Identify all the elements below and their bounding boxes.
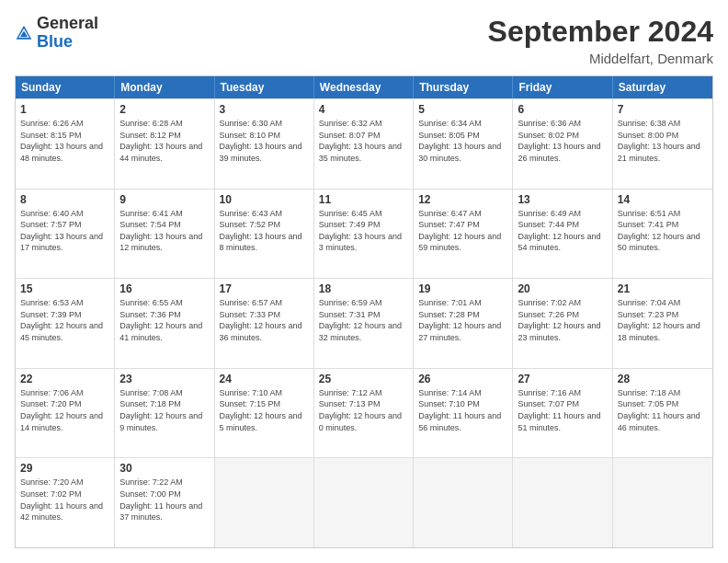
day-info: Sunrise: 6:55 AMSunset: 7:36 PMDaylight:…	[119, 297, 209, 343]
day-number: 9	[119, 193, 209, 206]
calendar-cell-day-28: 28Sunrise: 7:18 AMSunset: 7:05 PMDayligh…	[613, 369, 712, 458]
day-info: Sunrise: 7:18 AMSunset: 7:05 PMDaylight:…	[618, 387, 708, 433]
day-number: 13	[518, 193, 607, 206]
header-cell-thursday: Thursday	[414, 76, 513, 98]
day-info: Sunrise: 6:34 AMSunset: 8:05 PMDaylight:…	[418, 118, 507, 164]
day-number: 16	[119, 282, 209, 295]
calendar-cell-empty	[513, 458, 612, 547]
day-number: 27	[518, 373, 607, 385]
day-number: 20	[518, 282, 607, 295]
day-number: 30	[119, 462, 209, 475]
calendar-cell-day-27: 27Sunrise: 7:16 AMSunset: 7:07 PMDayligh…	[513, 369, 612, 458]
day-info: Sunrise: 6:51 AMSunset: 7:41 PMDaylight:…	[618, 208, 708, 254]
day-number: 7	[618, 103, 708, 116]
day-info: Sunrise: 7:12 AMSunset: 7:13 PMDaylight:…	[319, 387, 408, 433]
calendar-cell-day-29: 29Sunrise: 7:20 AMSunset: 7:02 PMDayligh…	[16, 458, 115, 547]
day-number: 14	[618, 193, 708, 206]
day-number: 24	[220, 373, 309, 385]
calendar-cell-empty	[613, 458, 712, 547]
day-info: Sunrise: 6:59 AMSunset: 7:31 PMDaylight:…	[319, 297, 408, 343]
day-info: Sunrise: 7:02 AMSunset: 7:26 PMDaylight:…	[518, 297, 607, 343]
calendar-cell-day-4: 4Sunrise: 6:32 AMSunset: 8:07 PMDaylight…	[314, 99, 414, 189]
day-number: 29	[20, 462, 109, 475]
calendar-subtitle: Middelfart, Denmark	[488, 51, 713, 66]
calendar-cell-day-1: 1Sunrise: 6:26 AMSunset: 8:15 PMDaylight…	[16, 99, 115, 189]
calendar-cell-day-8: 8Sunrise: 6:40 AMSunset: 7:57 PMDaylight…	[16, 190, 115, 279]
day-info: Sunrise: 6:40 AMSunset: 7:57 PMDaylight:…	[20, 208, 109, 254]
day-number: 21	[618, 282, 708, 295]
day-info: Sunrise: 6:53 AMSunset: 7:39 PMDaylight:…	[20, 297, 109, 343]
day-number: 1	[20, 103, 109, 116]
logo-general-text: General	[37, 14, 98, 32]
day-info: Sunrise: 6:57 AMSunset: 7:33 PMDaylight:…	[220, 297, 309, 343]
header-cell-tuesday: Tuesday	[215, 76, 314, 98]
day-number: 4	[319, 103, 408, 116]
day-number: 11	[319, 193, 408, 206]
calendar-cell-day-5: 5Sunrise: 6:34 AMSunset: 8:05 PMDaylight…	[414, 99, 513, 189]
calendar-row-2: 8Sunrise: 6:40 AMSunset: 7:57 PMDaylight…	[16, 189, 712, 279]
calendar-cell-day-13: 13Sunrise: 6:49 AMSunset: 7:44 PMDayligh…	[513, 190, 612, 279]
logo: General Blue	[15, 15, 98, 52]
day-info: Sunrise: 6:28 AMSunset: 8:12 PMDaylight:…	[119, 118, 209, 164]
day-info: Sunrise: 7:14 AMSunset: 7:10 PMDaylight:…	[418, 387, 507, 433]
day-info: Sunrise: 7:20 AMSunset: 7:02 PMDaylight:…	[20, 477, 109, 523]
day-number: 2	[119, 103, 209, 116]
calendar-body: 1Sunrise: 6:26 AMSunset: 8:15 PMDaylight…	[16, 98, 712, 547]
logo-icon	[15, 24, 33, 42]
day-info: Sunrise: 7:08 AMSunset: 7:18 PMDaylight:…	[119, 387, 209, 433]
day-number: 18	[319, 282, 408, 295]
calendar-cell-day-23: 23Sunrise: 7:08 AMSunset: 7:18 PMDayligh…	[115, 369, 214, 458]
calendar-row-1: 1Sunrise: 6:26 AMSunset: 8:15 PMDaylight…	[16, 98, 712, 189]
day-info: Sunrise: 6:45 AMSunset: 7:49 PMDaylight:…	[319, 208, 408, 254]
calendar-cell-day-2: 2Sunrise: 6:28 AMSunset: 8:12 PMDaylight…	[115, 99, 214, 189]
calendar-cell-day-30: 30Sunrise: 7:22 AMSunset: 7:00 PMDayligh…	[115, 458, 214, 547]
calendar-cell-day-26: 26Sunrise: 7:14 AMSunset: 7:10 PMDayligh…	[414, 369, 513, 458]
day-number: 23	[119, 373, 209, 385]
day-number: 5	[418, 103, 507, 116]
calendar-cell-day-3: 3Sunrise: 6:30 AMSunset: 8:10 PMDaylight…	[215, 99, 314, 189]
calendar-cell-day-21: 21Sunrise: 7:04 AMSunset: 7:23 PMDayligh…	[613, 279, 712, 368]
title-block: September 2024 Middelfart, Denmark	[488, 15, 713, 66]
calendar-cell-day-16: 16Sunrise: 6:55 AMSunset: 7:36 PMDayligh…	[115, 279, 214, 368]
calendar: SundayMondayTuesdayWednesdayThursdayFrid…	[15, 75, 713, 548]
calendar-cell-day-22: 22Sunrise: 7:06 AMSunset: 7:20 PMDayligh…	[16, 369, 115, 458]
day-info: Sunrise: 7:10 AMSunset: 7:15 PMDaylight:…	[220, 387, 309, 433]
calendar-cell-day-14: 14Sunrise: 6:51 AMSunset: 7:41 PMDayligh…	[613, 190, 712, 279]
day-info: Sunrise: 7:22 AMSunset: 7:00 PMDaylight:…	[119, 477, 209, 523]
day-info: Sunrise: 6:30 AMSunset: 8:10 PMDaylight:…	[220, 118, 309, 164]
calendar-cell-day-17: 17Sunrise: 6:57 AMSunset: 7:33 PMDayligh…	[215, 279, 314, 368]
calendar-cell-day-7: 7Sunrise: 6:38 AMSunset: 8:00 PMDaylight…	[613, 99, 712, 189]
calendar-cell-day-9: 9Sunrise: 6:41 AMSunset: 7:54 PMDaylight…	[115, 190, 214, 279]
day-number: 28	[618, 373, 708, 385]
day-info: Sunrise: 7:06 AMSunset: 7:20 PMDaylight:…	[20, 387, 109, 433]
day-number: 25	[319, 373, 408, 385]
day-number: 6	[518, 103, 607, 116]
day-info: Sunrise: 7:04 AMSunset: 7:23 PMDaylight:…	[618, 297, 708, 343]
day-info: Sunrise: 6:43 AMSunset: 7:52 PMDaylight:…	[220, 208, 309, 254]
header-cell-friday: Friday	[513, 76, 612, 98]
calendar-cell-day-18: 18Sunrise: 6:59 AMSunset: 7:31 PMDayligh…	[314, 279, 414, 368]
calendar-cell-day-25: 25Sunrise: 7:12 AMSunset: 7:13 PMDayligh…	[314, 369, 414, 458]
header-cell-monday: Monday	[115, 76, 214, 98]
calendar-row-4: 22Sunrise: 7:06 AMSunset: 7:20 PMDayligh…	[16, 368, 712, 458]
calendar-row-5: 29Sunrise: 7:20 AMSunset: 7:02 PMDayligh…	[16, 457, 712, 547]
day-number: 10	[220, 193, 309, 206]
day-info: Sunrise: 6:49 AMSunset: 7:44 PMDaylight:…	[518, 208, 607, 254]
calendar-cell-empty	[314, 458, 414, 547]
day-number: 26	[418, 373, 507, 385]
logo-blue-text: Blue	[37, 32, 73, 51]
day-info: Sunrise: 6:38 AMSunset: 8:00 PMDaylight:…	[618, 118, 708, 164]
day-info: Sunrise: 7:01 AMSunset: 7:28 PMDaylight:…	[418, 297, 507, 343]
calendar-cell-empty	[414, 458, 513, 547]
day-number: 8	[20, 193, 109, 206]
calendar-title: September 2024	[488, 15, 713, 49]
calendar-cell-day-11: 11Sunrise: 6:45 AMSunset: 7:49 PMDayligh…	[314, 190, 414, 279]
calendar-cell-day-15: 15Sunrise: 6:53 AMSunset: 7:39 PMDayligh…	[16, 279, 115, 368]
day-number: 3	[220, 103, 309, 116]
calendar-header: SundayMondayTuesdayWednesdayThursdayFrid…	[16, 76, 712, 98]
header-cell-saturday: Saturday	[613, 76, 712, 98]
day-info: Sunrise: 6:36 AMSunset: 8:02 PMDaylight:…	[518, 118, 607, 164]
calendar-cell-day-20: 20Sunrise: 7:02 AMSunset: 7:26 PMDayligh…	[513, 279, 612, 368]
day-info: Sunrise: 6:41 AMSunset: 7:54 PMDaylight:…	[119, 208, 209, 254]
header-cell-sunday: Sunday	[16, 76, 115, 98]
